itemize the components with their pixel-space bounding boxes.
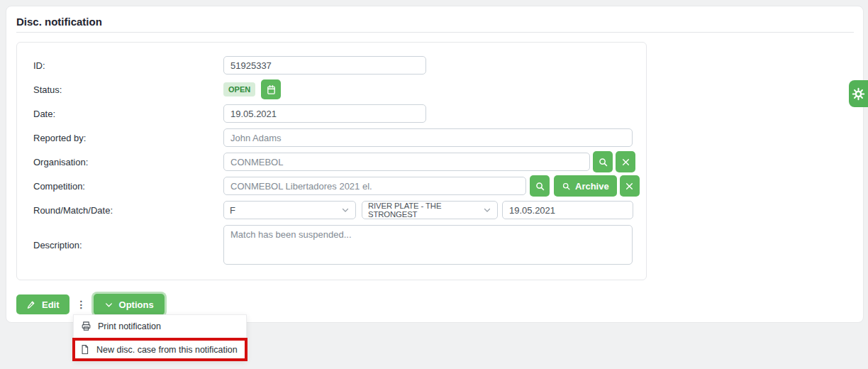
settings-tab-button[interactable] xyxy=(849,80,868,107)
id-label: ID: xyxy=(33,60,223,71)
organisation-search-button[interactable] xyxy=(593,151,613,172)
options-button-label: Options xyxy=(119,299,154,310)
options-dropdown-menu: Print notification New disc. case from t… xyxy=(73,314,247,360)
status-row: Status: OPEN xyxy=(33,80,646,99)
round-match-date-row: Round/Match/Date: F RIVER PLATE - THE ST… xyxy=(33,201,646,219)
reported-by-label: Reported by: xyxy=(33,133,223,143)
date-label: Date: xyxy=(33,109,223,119)
chevron-down-icon xyxy=(483,206,491,214)
archive-button-label: Archive xyxy=(575,181,609,192)
options-button[interactable]: Options xyxy=(94,294,165,315)
search-icon xyxy=(535,181,545,192)
date-row: Date: xyxy=(33,104,646,123)
round-match-date-label: Round/Match/Date: xyxy=(33,205,223,216)
file-icon xyxy=(79,344,90,355)
status-label: Status: xyxy=(33,84,223,95)
calendar-icon xyxy=(266,84,277,95)
gear-icon xyxy=(852,87,865,101)
printer-icon xyxy=(81,321,91,331)
competition-label: Competition: xyxy=(33,181,223,192)
chevron-down-icon xyxy=(341,206,350,214)
menu-item-new-disc-case[interactable]: New disc. case from this notification xyxy=(72,338,247,361)
menu-item-print-notification[interactable]: Print notification xyxy=(74,315,246,337)
notification-form: ID: Status: OPEN Date: xyxy=(16,42,647,280)
description-label: Description: xyxy=(33,240,223,250)
round-select[interactable]: F xyxy=(223,201,356,219)
match-select-value: RIVER PLATE - THE STRONGEST xyxy=(368,202,483,219)
search-icon xyxy=(598,157,608,167)
close-icon xyxy=(625,182,634,191)
organisation-input[interactable] xyxy=(223,153,590,171)
description-textarea[interactable]: Match has been suspended... xyxy=(223,225,633,265)
close-icon xyxy=(621,158,630,167)
competition-search-button[interactable] xyxy=(530,175,550,197)
competition-row: Competition: Archive xyxy=(33,177,646,195)
organisation-row: Organisation: xyxy=(33,153,646,171)
competition-archive-search-button[interactable]: Archive xyxy=(554,175,617,197)
menu-item-label: Print notification xyxy=(98,321,161,331)
page-title: Disc. notification xyxy=(16,16,102,28)
date-input[interactable] xyxy=(223,104,426,123)
match-date-input[interactable] xyxy=(502,201,633,219)
status-badge: OPEN xyxy=(223,82,255,97)
notification-card: Disc. notification ID: Status: OPEN xyxy=(6,6,864,323)
status-history-button[interactable] xyxy=(261,79,281,99)
vertical-dots: ⋮ xyxy=(77,299,87,309)
edit-button[interactable]: Edit xyxy=(16,294,69,314)
search-icon xyxy=(562,182,571,191)
competition-input[interactable] xyxy=(223,177,526,195)
id-input[interactable] xyxy=(223,56,426,75)
pencil-icon xyxy=(26,299,36,309)
chevron-down-icon xyxy=(104,300,113,309)
organisation-clear-button[interactable] xyxy=(616,151,635,172)
action-bar: Edit ⋮ Options xyxy=(16,294,165,315)
description-row: Description: Match has been suspended... xyxy=(33,225,646,265)
organisation-label: Organisation: xyxy=(33,157,223,167)
id-row: ID: xyxy=(33,56,646,75)
edit-button-label: Edit xyxy=(42,299,60,310)
match-select[interactable]: RIVER PLATE - THE STRONGEST xyxy=(362,201,498,219)
round-select-value: F xyxy=(230,205,235,216)
title-divider xyxy=(16,32,854,33)
menu-item-label: New disc. case from this notification xyxy=(96,345,238,355)
reported-by-input[interactable] xyxy=(223,128,633,147)
reported-by-row: Reported by: xyxy=(33,128,646,147)
competition-clear-button[interactable] xyxy=(620,175,640,197)
